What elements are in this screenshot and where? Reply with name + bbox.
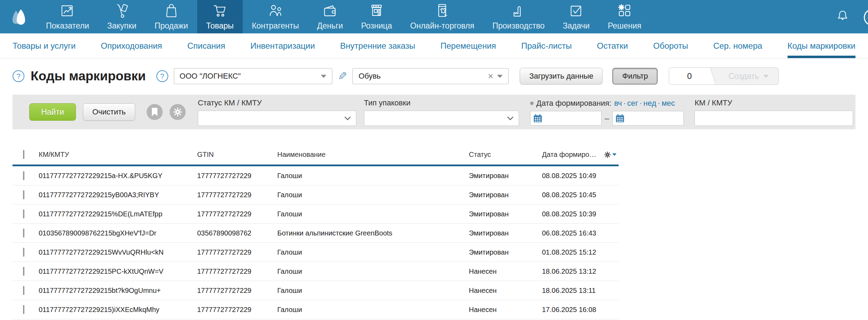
cell-status: Эмитирован <box>469 210 542 218</box>
package-filter-label: Тип упаковки <box>364 98 519 107</box>
row-checkbox[interactable] <box>23 305 24 314</box>
table-row[interactable]: 0103567890098762215bgXHeV'fJ=Dr 03567890… <box>13 224 619 243</box>
help-icon-org[interactable]: ? <box>156 70 168 82</box>
product-filter-value: Обувь <box>358 72 484 81</box>
tab-transfers[interactable]: Перемещения <box>440 33 496 58</box>
nav-item-online-trade[interactable]: Онлайн-торговля <box>401 0 483 33</box>
km-filter-label: КМ / КМТУ <box>695 98 853 107</box>
nav-label: Продажи <box>155 21 188 31</box>
nav-item-counterparties[interactable]: Контрагенты <box>243 0 308 33</box>
tab-writeoffs[interactable]: Списания <box>187 33 225 58</box>
table-row[interactable]: 0117777727727229215)iXXEcMkqMhy 17777727… <box>13 300 619 319</box>
marking-codes-table: КМ/КМТУ GTIN Наименование Статус Дата фо… <box>13 145 619 319</box>
select-all-checkbox[interactable] <box>23 150 24 159</box>
clear-filter-x-icon[interactable]: × <box>488 71 493 81</box>
column-settings-button[interactable] <box>604 151 619 158</box>
cell-name: Галоши <box>277 210 469 218</box>
table-row[interactable]: 0117777727727229215a-HX.&PU5KGY 17777727… <box>13 166 619 185</box>
filter-button[interactable]: Фильтр <box>612 68 658 85</box>
row-checkbox[interactable] <box>23 229 24 238</box>
clear-button[interactable]: Очистить <box>83 103 135 121</box>
nav-item-dashboard[interactable]: Показатели <box>37 0 98 33</box>
cell-name: Галоши <box>277 267 469 275</box>
date-filter-label: Дата формирования: <box>536 99 611 108</box>
row-checkbox[interactable] <box>23 248 24 257</box>
status-filter-group: Статус КМ / КМТУ <box>198 98 356 126</box>
table-row[interactable]: 0117777727727229215yB00A3;RIYBY 17777727… <box>13 185 619 205</box>
nav-item-sales[interactable]: Продажи <box>146 0 197 33</box>
tab-marking-codes[interactable]: Коды маркировки <box>788 33 855 58</box>
tab-stock[interactable]: Остатки <box>597 33 628 58</box>
table-row[interactable]: 0117777727727229215%DE(LmATEfpp 17777727… <box>13 205 619 224</box>
date-shortcut-yesterday[interactable]: вч <box>614 99 622 108</box>
page-header: ? Коды маркировки ? ООО "ЛОГНЕКС" ✎ Обув… <box>0 58 868 93</box>
nav-item-production[interactable]: Производство <box>483 0 554 33</box>
nav-item-money[interactable]: Деньги <box>308 0 352 33</box>
nav-item-purchases[interactable]: Закупки <box>98 0 146 33</box>
tab-price-lists[interactable]: Прайс-листы <box>521 33 572 58</box>
cell-name: Галоши <box>277 287 469 295</box>
date-shortcut-week[interactable]: нед <box>643 99 656 108</box>
column-header-status[interactable]: Статус <box>469 151 542 159</box>
nav-item-products[interactable]: Товары <box>197 0 243 33</box>
create-button[interactable]: Создать <box>719 68 778 85</box>
nav-label: Розница <box>361 21 392 31</box>
edit-pencil-icon[interactable]: ✎ <box>338 70 347 83</box>
cell-gtin: 17777727727229 <box>197 172 277 180</box>
date-filter-group: Дата формирования: вчсегнедмес <box>530 99 684 126</box>
help-icon[interactable]: ? <box>13 70 24 82</box>
date-shortcut-today[interactable]: сег <box>627 99 638 108</box>
chevron-down-icon <box>763 75 769 78</box>
cell-gtin: 17777727727229 <box>197 306 277 314</box>
nav-label: Контрагенты <box>252 21 299 31</box>
apps-gear-icon <box>617 3 633 19</box>
table-row[interactable]: 0117777727727229215WvVuQRHlu<kN 17777727… <box>13 243 619 262</box>
km-filter-group: КМ / КМТУ <box>695 98 853 126</box>
date-shortcut-month[interactable]: мес <box>661 99 675 108</box>
tab-receipts[interactable]: Оприходования <box>101 33 162 58</box>
tab-turnovers[interactable]: Обороты <box>653 33 688 58</box>
table-row[interactable]: 0117777727727229215PC-kXtUQnW=V 17777727… <box>13 262 619 281</box>
cell-gtin: 17777727727229 <box>197 267 277 275</box>
cell-km: 0117777727727229215bt?k9OgUmnu+ <box>39 287 197 295</box>
column-header-km[interactable]: КМ/КМТУ <box>39 151 197 159</box>
save-bookmark-button[interactable] <box>147 104 163 120</box>
tab-goods-services[interactable]: Товары и услуги <box>13 33 76 58</box>
nav-label: Производство <box>493 21 545 31</box>
nav-item-solutions[interactable]: Решения <box>599 0 650 33</box>
cell-km: 0117777727727229215)iXXEcMkqMhy <box>39 306 197 314</box>
load-data-button[interactable]: Загрузить данные <box>520 68 603 85</box>
date-to-input[interactable] <box>612 111 684 126</box>
tab-inventories[interactable]: Инвентаризации <box>250 33 315 58</box>
organization-select[interactable]: ООО "ЛОГНЕКС" <box>174 68 332 84</box>
nav-item-tasks[interactable]: Задачи <box>554 0 599 33</box>
selected-count: 0 <box>669 68 710 85</box>
notifications-bell-icon[interactable] <box>835 9 850 25</box>
filter-settings-button[interactable] <box>170 104 186 120</box>
status-filter-label: Статус КМ / КМТУ <box>198 98 356 107</box>
row-checkbox[interactable] <box>23 286 24 295</box>
bookmark-icon <box>151 107 158 117</box>
tab-internal-orders[interactable]: Внутренние заказы <box>340 33 416 58</box>
nav-label: Задачи <box>563 21 590 31</box>
dashboard-icon <box>60 3 76 19</box>
date-from-input[interactable] <box>530 111 602 126</box>
nav-item-retail[interactable]: Розница <box>352 0 401 33</box>
status-filter-select[interactable] <box>198 111 356 126</box>
date-shortcuts: вчсегнедмес <box>614 99 675 108</box>
column-header-gtin[interactable]: GTIN <box>197 151 277 159</box>
column-header-name[interactable]: Наименование <box>277 151 469 159</box>
row-checkbox[interactable] <box>23 267 24 276</box>
row-checkbox[interactable] <box>23 171 24 180</box>
row-checkbox[interactable] <box>23 209 24 218</box>
app-logo[interactable] <box>0 0 37 33</box>
km-filter-input[interactable] <box>695 111 853 126</box>
table-row[interactable]: 0117777727727229215bt?k9OgUmnu+ 17777727… <box>13 281 619 300</box>
row-checkbox[interactable] <box>23 190 24 199</box>
column-header-date[interactable]: Дата формирова... <box>542 151 601 159</box>
find-button[interactable]: Найти <box>29 103 76 121</box>
tab-serial-numbers[interactable]: Сер. номера <box>713 33 762 58</box>
package-filter-select[interactable] <box>364 111 519 126</box>
product-filter-select[interactable]: Обувь × <box>352 68 509 84</box>
chevron-down-icon <box>321 75 326 78</box>
